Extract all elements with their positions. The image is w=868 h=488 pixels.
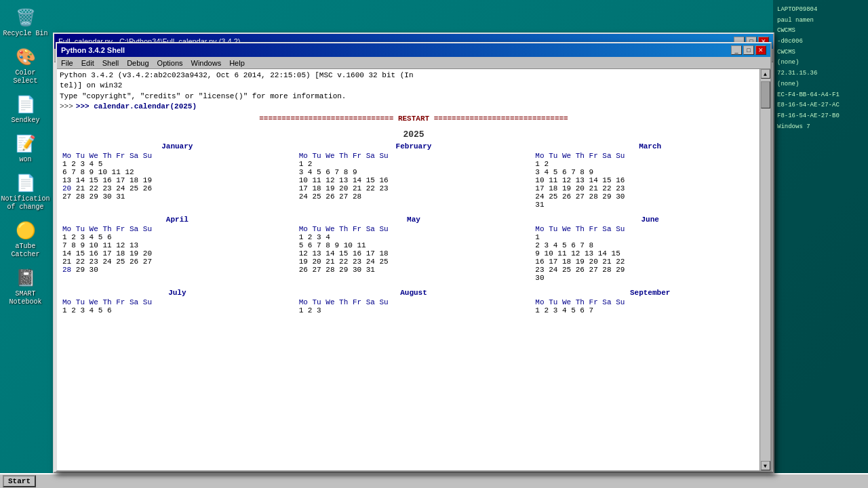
- shell-menu-edit[interactable]: Edit: [77, 58, 98, 68]
- shell-window: Python 3.4.2 Shell _ □ ✕ File Edit Shell…: [56, 42, 772, 472]
- smart-image: 📓: [15, 267, 37, 289]
- april-week1: 1 2 3 4 5 6: [62, 233, 292, 241]
- smart-label: SMART Notebook: [3, 290, 48, 306]
- march-name: March: [535, 142, 765, 150]
- july-header: Mo Tu We Th Fr Sa Su: [62, 298, 292, 306]
- july-week1: 1 2 3 4 5 6: [62, 306, 292, 314]
- shell-menu-help[interactable]: Help: [225, 58, 249, 68]
- march-week5: 24 25 26 27 28 29 30: [535, 192, 765, 201]
- scrollbar[interactable]: ▲ ▼: [760, 69, 770, 470]
- august-week1: 1 2 3: [299, 306, 529, 314]
- cwcms-2: CWCMS: [776, 48, 865, 58]
- month-june: June Mo Tu We Th Fr Sa Su 1 2 3 4 5 6 7 …: [535, 216, 765, 282]
- recycle-bin-icon[interactable]: 🗑️ Recycle Bin: [2, 5, 50, 39]
- python-version-line: Python 3.4.2 (v3.4.2:ab2c023a9432, Oct 6…: [60, 70, 768, 81]
- recycle-bin-label: Recycle Bin: [3, 30, 48, 38]
- calendar-row-3: July Mo Tu We Th Fr Sa Su 1 2 3 4 5 6 Au…: [62, 289, 765, 314]
- os-version: Windows 7: [776, 123, 865, 132]
- june-week6: 30: [535, 274, 765, 282]
- shell-maximize-button[interactable]: □: [743, 45, 754, 55]
- color-select-icon[interactable]: 🎨 Color Select: [2, 45, 50, 87]
- atube-image: 🟡: [15, 220, 37, 241]
- shell-menu-options[interactable]: Options: [153, 58, 187, 68]
- shell-menu-file[interactable]: File: [57, 58, 77, 68]
- shell-menu-debug[interactable]: Debug: [123, 58, 153, 68]
- platform-line: tel)] on win32: [60, 81, 768, 91]
- april-week4: 21 22 23 24 25 26 27: [62, 258, 292, 266]
- month-january: January Mo Tu We Th Fr Sa Su 1 2 3 4 5 6…: [62, 142, 292, 209]
- month-february: February Mo Tu We Th Fr Sa Su 1 2 3 4 5 …: [299, 142, 529, 209]
- may-week4: 19 20 21 22 23 24 25: [299, 258, 529, 266]
- june-week4: 16 17 18 19 20 21 22: [535, 258, 765, 266]
- won-label: won: [19, 156, 31, 164]
- september-header: Mo Tu We Th Fr Sa Su: [535, 298, 765, 306]
- shell-menu-windows[interactable]: Windows: [187, 58, 226, 68]
- february-week5: 24 25 26 27 28: [299, 192, 529, 201]
- june-week3: 9 10 11 12 13 14 15: [535, 249, 765, 258]
- september-week1: 1 2 3 4 5 6 7: [535, 306, 765, 314]
- march-week1: 1 2: [535, 160, 765, 168]
- won-icon[interactable]: 📝 won: [2, 131, 50, 165]
- smart-icon[interactable]: 📓 SMART Notebook: [2, 266, 50, 308]
- shell-menubar: File Edit Shell Debug Options Windows He…: [57, 57, 770, 69]
- ip-address: 72.31.15.36: [776, 69, 865, 79]
- may-name: May: [299, 216, 529, 224]
- right-info-panel: LAPTOP09804 paul namen CWCMS -d0c006 CWC…: [773, 0, 868, 488]
- atube-label: aTube Catcher: [3, 243, 48, 259]
- notification-label: Notification of change: [1, 195, 50, 211]
- february-week4: 17 18 19 20 21 22 23: [299, 184, 529, 192]
- calendar-display[interactable]: 2025 January Mo Tu We Th Fr Sa Su 1 2 3 …: [57, 127, 770, 470]
- cwcms-1: CWCMS: [776, 26, 865, 36]
- march-header: Mo Tu We Th Fr Sa Su: [535, 152, 765, 160]
- january-week4: 20 21 22 23 24 25 26: [62, 184, 292, 192]
- february-header: Mo Tu We Th Fr Sa Su: [299, 152, 529, 160]
- march-week2: 3 4 5 6 7 8 9: [535, 168, 765, 176]
- may-week2: 5 6 7 8 9 10 11: [299, 241, 529, 249]
- start-button[interactable]: Start: [3, 475, 36, 487]
- january-week5: 27 28 29 30 31: [62, 192, 292, 201]
- scroll-track[interactable]: [761, 79, 770, 461]
- laptop-name: LAPTOP09804: [776, 5, 865, 15]
- scroll-down-button[interactable]: ▼: [761, 461, 770, 470]
- month-september: September Mo Tu We Th Fr Sa Su 1 2 3 4 5…: [535, 289, 765, 314]
- d0c006: -d0c006: [776, 37, 865, 47]
- shell-header-text: Python 3.4.2 (v3.4.2:ab2c023a9432, Oct 6…: [57, 69, 770, 127]
- april-header: Mo Tu We Th Fr Sa Su: [62, 225, 292, 233]
- may-header: Mo Tu We Th Fr Sa Su: [299, 225, 529, 233]
- february-week1: 1 2: [299, 160, 529, 168]
- sendkey-image: 📄: [15, 94, 37, 115]
- shell-minimize-button[interactable]: _: [731, 45, 742, 55]
- june-week2: 2 3 4 5 6 7 8: [535, 241, 765, 249]
- june-header: Mo Tu We Th Fr Sa Su: [535, 225, 765, 233]
- january-name: January: [62, 142, 292, 150]
- march-week3: 10 11 12 13 14 15 16: [535, 176, 765, 184]
- mac-2: E8-16-54-AE-27-AC: [776, 101, 865, 110]
- type-hint-line: Type "copyright", "credits" or "license(…: [60, 92, 768, 102]
- shell-titlebar: Python 3.4.2 Shell _ □ ✕: [57, 43, 770, 57]
- mac-3: F8-16-54-AE-27-B0: [776, 112, 865, 121]
- shell-content-area: Python 3.4.2 (v3.4.2:ab2c023a9432, Oct 6…: [57, 69, 770, 470]
- march-week6: 31: [535, 201, 765, 209]
- calendar-row-2: April Mo Tu We Th Fr Sa Su 1 2 3 4 5 6 7…: [62, 216, 765, 282]
- desktop: 🗑️ Recycle Bin 🎨 Color Select 📄 Sendkey …: [0, 0, 868, 488]
- taskbar: Start: [0, 473, 868, 488]
- april-week3: 14 15 16 17 18 19 20: [62, 249, 292, 258]
- february-name: February: [299, 142, 529, 150]
- february-week2: 3 4 5 6 7 8 9: [299, 168, 529, 176]
- august-header: Mo Tu We Th Fr Sa Su: [299, 298, 529, 306]
- sendkey-icon[interactable]: 📄 Sendkey: [2, 92, 50, 126]
- command-text: >>> calendar.calendar(2025): [76, 102, 197, 112]
- january-week3: 13 14 15 16 17 18 19: [62, 176, 292, 184]
- mac-1: EC-F4-BB-64-A4-F1: [776, 91, 865, 100]
- shell-close-button[interactable]: ✕: [755, 45, 766, 55]
- shell-menu-shell[interactable]: Shell: [98, 58, 123, 68]
- atube-icon[interactable]: 🟡 aTube Catcher: [2, 218, 50, 260]
- month-march: March Mo Tu We Th Fr Sa Su 1 2 3 4 5 6 7…: [535, 142, 765, 209]
- none-1: (none): [776, 58, 865, 68]
- command-prompt-line: >>> >>> calendar.calendar(2025): [60, 102, 768, 112]
- scroll-thumb[interactable]: [761, 81, 770, 108]
- notification-icon[interactable]: 📄 Notification of change: [2, 171, 50, 213]
- won-image: 📝: [15, 133, 37, 155]
- calendar-row-1: January Mo Tu We Th Fr Sa Su 1 2 3 4 5 6…: [62, 142, 765, 209]
- scroll-up-button[interactable]: ▲: [761, 69, 770, 79]
